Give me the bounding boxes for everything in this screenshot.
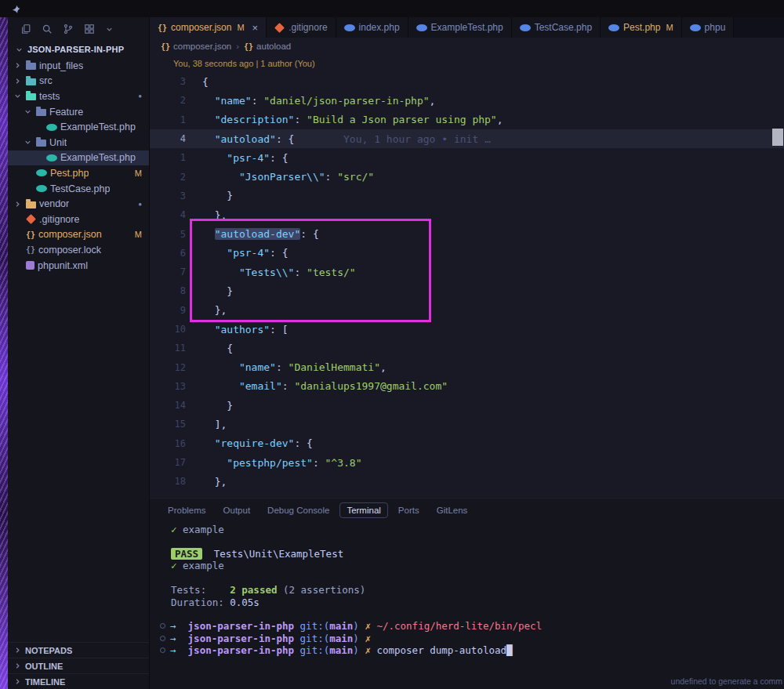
panel-tab-output[interactable]: Output bbox=[216, 502, 258, 518]
code-line[interactable]: 12 "name": "DanielHemmati", bbox=[150, 357, 784, 376]
code-token: }, bbox=[202, 304, 227, 316]
panel-tab-problems[interactable]: Problems bbox=[161, 502, 213, 518]
code-token: : bbox=[276, 361, 289, 373]
terminal[interactable]: ✓ examplePASS Tests\Unit\ExampleTest✓ ex… bbox=[150, 522, 784, 673]
tab-index-php[interactable]: index.php bbox=[336, 17, 408, 38]
code-line[interactable]: 2 "JsonParser\\": "src/" bbox=[150, 167, 784, 186]
section-timeline[interactable]: TIMELINE bbox=[8, 673, 149, 689]
tab-testcase-php[interactable]: TestCase.php bbox=[512, 17, 601, 38]
code-line[interactable]: 9 }, bbox=[150, 301, 784, 320]
tree-item-input-files[interactable]: input_files bbox=[8, 58, 149, 74]
code-token: : bbox=[252, 95, 264, 107]
terminal-token: 2 passed bbox=[230, 584, 277, 596]
code-line[interactable]: 2 "name": "daniel/json-parser-in-php", bbox=[150, 91, 784, 110]
breadcrumb-separator-icon: › bbox=[236, 42, 239, 51]
code-text: "psr-4": { bbox=[186, 152, 289, 164]
terminal-token: main bbox=[329, 620, 353, 632]
tree-item-exampletest-php[interactable]: ExampleTest.php bbox=[8, 150, 149, 166]
panel-tab-ports[interactable]: Ports bbox=[391, 502, 426, 518]
terminal-token: json-parser-in-php bbox=[188, 644, 294, 656]
code-line[interactable]: 3 } bbox=[150, 187, 784, 205]
code-line[interactable]: 13 "email": "danialups1997@gmail.com" bbox=[150, 377, 784, 396]
code-line[interactable]: 8 } bbox=[150, 281, 784, 300]
code-line[interactable]: 14 } bbox=[150, 396, 784, 415]
tree-item-phpunit-xml[interactable]: phpunit.xml bbox=[8, 258, 149, 274]
code-token: : { bbox=[276, 133, 294, 145]
command-decoration-icon[interactable] bbox=[160, 647, 165, 653]
code-text: "autoload": { You, 1 hour ago • init … bbox=[186, 133, 491, 145]
tree-item-composer-json[interactable]: {}composer.jsonM bbox=[8, 227, 149, 243]
tree-item-pest-php[interactable]: Pest.phpM bbox=[8, 165, 149, 181]
item-label: phpunit.xml bbox=[38, 260, 88, 271]
panel-tab-bar: ProblemsOutputDebug ConsoleTerminalPorts… bbox=[150, 499, 784, 522]
files-icon[interactable] bbox=[20, 24, 31, 34]
breadcrumb-autoload[interactable]: {}autoload bbox=[244, 42, 291, 51]
blame-heading[interactable]: You, 38 seconds ago | 1 author (You) bbox=[150, 55, 784, 72]
breadcrumb-composer-json[interactable]: {}composer.json bbox=[161, 42, 231, 51]
panel-tab-debug-console[interactable]: Debug Console bbox=[260, 502, 336, 518]
code-line[interactable]: 5 "autoload-dev": { bbox=[150, 224, 784, 243]
code-token: "src/" bbox=[337, 171, 374, 183]
breadcrumb-label: composer.json bbox=[173, 42, 231, 51]
tree-item-testcase-php[interactable]: TestCase.php bbox=[8, 181, 149, 197]
code-line[interactable]: 4 "autoload": { You, 1 hour ago • init … bbox=[150, 129, 784, 148]
editor-area: {}composer.jsonM×.gitignoreindex.phpExam… bbox=[150, 17, 784, 689]
tab-exampletest-php[interactable]: ExampleTest.php bbox=[408, 17, 512, 38]
code-token: "description" bbox=[202, 114, 294, 125]
code-text: "JsonParser\\": "src/" bbox=[186, 171, 374, 183]
scrollbar-thumb[interactable] bbox=[772, 129, 783, 146]
chevron-down-icon[interactable] bbox=[105, 25, 114, 34]
code-text: { bbox=[186, 343, 233, 354]
line-number: 7 bbox=[150, 267, 186, 277]
command-decoration-icon[interactable] bbox=[160, 623, 165, 629]
folder-icon bbox=[26, 93, 36, 100]
tree-item-feature[interactable]: Feature bbox=[8, 104, 149, 120]
terminal-token: main bbox=[329, 644, 353, 656]
close-icon[interactable]: × bbox=[252, 22, 259, 34]
code-line[interactable]: 1 "description": "Build a Json parser us… bbox=[150, 111, 784, 129]
code-line[interactable]: 11 { bbox=[150, 339, 784, 357]
item-label: vendor bbox=[39, 198, 69, 209]
tab-gitignore[interactable]: .gitignore bbox=[267, 17, 336, 38]
search-icon[interactable] bbox=[42, 24, 53, 34]
line-number: 10 bbox=[150, 324, 186, 335]
code-line[interactable]: 10 "authors": [ bbox=[150, 320, 784, 339]
tab-phpu[interactable]: phpu bbox=[682, 17, 735, 38]
command-decoration-icon[interactable] bbox=[160, 636, 165, 641]
extensions-icon[interactable] bbox=[84, 24, 95, 34]
tree-item-src[interactable]: src bbox=[8, 74, 149, 89]
tab-pest-php[interactable]: Pest.phpM bbox=[601, 17, 682, 38]
section-notepads[interactable]: NOTEPADS bbox=[8, 642, 149, 658]
code-line[interactable]: 4 }, bbox=[150, 205, 784, 224]
code-line[interactable]: 17 "pestphp/pest": "^3.8" bbox=[150, 453, 784, 472]
panel-tab-terminal[interactable]: Terminal bbox=[339, 502, 387, 518]
tree-item-composer-lock[interactable]: {}composer.lock bbox=[8, 242, 149, 258]
code-line[interactable]: 15 ], bbox=[150, 415, 784, 433]
explorer-project-header[interactable]: JSON-PARSER-IN-PHP bbox=[8, 41, 149, 58]
code-token: : bbox=[282, 380, 295, 392]
panel-tab-gitlens[interactable]: GitLens bbox=[430, 502, 475, 518]
terminal-token: json-parser-in-php bbox=[188, 620, 294, 632]
code-line[interactable]: 3{ bbox=[150, 72, 784, 91]
terminal-token: ✗ bbox=[365, 644, 371, 656]
code-text: }, bbox=[186, 304, 227, 316]
line-number: 17 bbox=[150, 457, 186, 468]
tree-item-vendor[interactable]: vendor● bbox=[8, 196, 149, 212]
section-outline[interactable]: OUTLINE bbox=[8, 658, 149, 673]
item-label: Unit bbox=[49, 137, 67, 148]
code-line[interactable]: 18 }, bbox=[150, 472, 784, 491]
terminal-token: ) bbox=[353, 620, 359, 632]
code-line[interactable]: 6 "psr-4": { bbox=[150, 244, 784, 263]
code-line[interactable]: 1 "psr-4": { bbox=[150, 148, 784, 167]
tree-item-tests[interactable]: tests● bbox=[8, 89, 149, 104]
tree-item-unit[interactable]: Unit bbox=[8, 135, 149, 150]
code-editor[interactable]: 3{2 "name": "daniel/json-parser-in-php",… bbox=[150, 72, 784, 498]
code-line[interactable]: 7 "Tests\\": "tests/" bbox=[150, 263, 784, 281]
tree-item-gitignore[interactable]: .gitignore bbox=[8, 212, 149, 227]
code-token: "pestphp/pest" bbox=[202, 457, 313, 469]
code-line[interactable]: 16 "require-dev": { bbox=[150, 434, 784, 453]
tab-composer-json[interactable]: {}composer.jsonM× bbox=[150, 17, 267, 38]
code-text: } bbox=[186, 190, 233, 201]
tree-item-exampletest-php[interactable]: ExampleTest.php bbox=[8, 119, 149, 135]
source-control-icon[interactable] bbox=[63, 24, 74, 34]
